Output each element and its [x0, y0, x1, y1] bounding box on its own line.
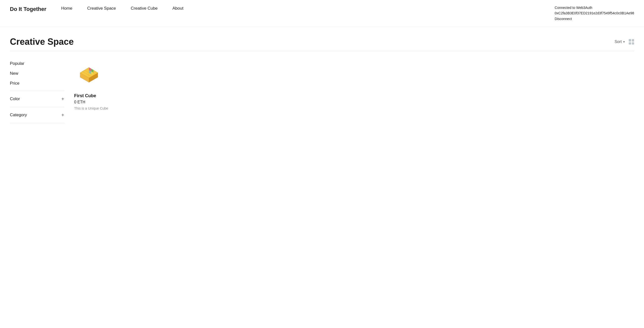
- content-layout: Popular New Price Color + Category +: [10, 59, 634, 126]
- category-expand-icon: +: [61, 113, 64, 118]
- nav-home[interactable]: Home: [61, 6, 72, 11]
- sort-label: Sort: [614, 40, 622, 44]
- connection-status: Connected to Web3Auth: [555, 5, 634, 11]
- header: Do It Together Home Creative Space Creat…: [0, 0, 644, 27]
- sort-controls: Sort ▾: [614, 39, 634, 45]
- sidebar: Popular New Price Color + Category +: [10, 59, 64, 126]
- wallet-address: 0xC2fa3B3E0f37ED2191e2d3f7549f54c0c0B1Ae…: [555, 11, 634, 16]
- disconnect-button[interactable]: Disconnect: [555, 17, 572, 21]
- color-filter-label: Color: [10, 97, 20, 101]
- products-area: First Cube 0 ETH This is a Unique Cube: [64, 59, 634, 126]
- sidebar-divider: [10, 91, 64, 91]
- cube-image-svg: [78, 61, 100, 86]
- category-filter-label: Category: [10, 113, 27, 118]
- grid-icon-cell: [632, 39, 634, 42]
- product-image: [74, 59, 104, 88]
- product-description: This is a Unique Cube: [74, 106, 143, 110]
- color-expand-icon: +: [61, 97, 64, 101]
- sidebar-divider-3: [10, 123, 64, 123]
- sidebar-filter-color[interactable]: Color +: [10, 94, 64, 104]
- sidebar-item-popular[interactable]: Popular: [10, 59, 64, 69]
- grid-icon-cell: [629, 39, 631, 42]
- grid-view-button[interactable]: [629, 39, 634, 45]
- section-divider: [10, 51, 634, 51]
- main-content: Creative Space Sort ▾ Popular New Price: [0, 27, 644, 136]
- sort-button[interactable]: Sort ▾: [614, 40, 625, 44]
- grid-icon-cell: [632, 42, 634, 45]
- chevron-down-icon: ▾: [623, 40, 625, 44]
- logo[interactable]: Do It Together: [10, 6, 46, 12]
- grid-icon-cell: [629, 42, 631, 45]
- sidebar-item-new[interactable]: New: [10, 69, 64, 78]
- page-title-row: Creative Space Sort ▾: [10, 37, 634, 47]
- nav-creative-space[interactable]: Creative Space: [87, 6, 116, 11]
- grid-icon: [629, 39, 634, 45]
- main-nav: Home Creative Space Creative Cube About: [61, 6, 554, 11]
- sidebar-filter-category[interactable]: Category +: [10, 110, 64, 120]
- nav-creative-cube[interactable]: Creative Cube: [131, 6, 158, 11]
- page-title: Creative Space: [10, 37, 74, 47]
- sidebar-divider-2: [10, 107, 64, 107]
- sidebar-item-price[interactable]: Price: [10, 78, 64, 88]
- product-name: First Cube: [74, 93, 143, 98]
- wallet-info: Connected to Web3Auth 0xC2fa3B3E0f37ED21…: [555, 5, 634, 22]
- product-card-first-cube[interactable]: First Cube 0 ETH This is a Unique Cube: [74, 59, 143, 110]
- nav-about[interactable]: About: [172, 6, 183, 11]
- product-price: 0 ETH: [74, 100, 143, 104]
